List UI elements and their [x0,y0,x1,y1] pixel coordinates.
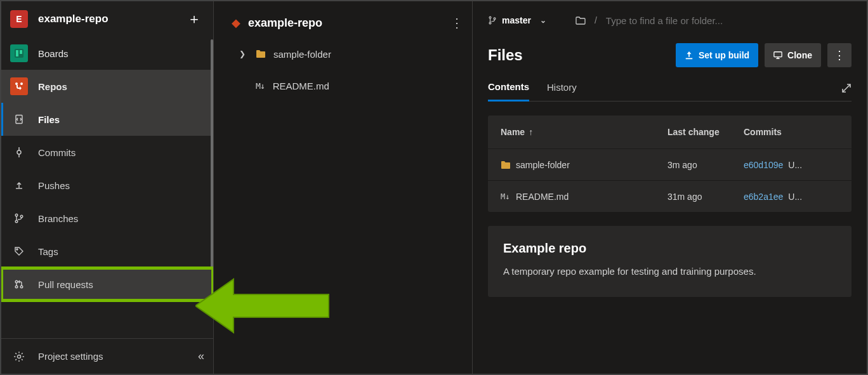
readme-title: Example repo [503,241,836,256]
tree-header[interactable]: ◆ example-repo ⋮ [214,8,472,38]
more-vertical-icon: ⋮ [450,16,463,30]
sidebar-item-label: Tags [38,246,58,257]
tree-node-label: sample-folder [273,49,331,60]
sidebar-item-files[interactable]: Files [1,103,213,136]
branch-bar: master ⌄ / [488,8,852,33]
sidebar-item-label: Pushes [38,180,70,191]
readme-body: A temporary repo example for testing and… [503,265,836,279]
project-title[interactable]: example-repo [38,13,184,25]
table-row[interactable]: M↓ README.md 31m ago e6b2a1eeU... [488,180,852,212]
cell-lastchange: 31m ago [667,192,744,202]
markdown-icon: M↓ [256,81,265,91]
svg-rect-2 [20,50,22,54]
repos-icon [10,77,28,95]
sidebar-item-pull-requests[interactable]: Pull requests [1,268,213,301]
file-tree-panel: ◆ example-repo ⋮ ❯ sample-folder M↓ READ… [214,1,473,374]
svg-point-7 [15,214,18,216]
tab-row: Contents History [488,81,852,102]
svg-point-15 [489,16,491,18]
sidebar-item-label: Files [38,114,60,125]
svg-rect-1 [16,50,18,56]
plus-icon: ＋ [187,10,201,29]
fullscreen-button[interactable] [841,83,852,100]
svg-point-12 [15,286,18,288]
path-finder-input[interactable] [606,15,852,26]
readme-card: Example repo A temporary repo example fo… [488,226,852,297]
scrollbar[interactable] [211,39,213,274]
column-header-lastchange[interactable]: Last change [667,127,744,137]
tree-node-label: README.md [273,81,329,91]
file-code-icon [10,114,28,124]
more-vertical-icon: ⋮ [834,48,845,62]
branch-icon [10,213,28,223]
breadcrumb-root-icon[interactable] [575,16,586,25]
svg-point-10 [16,249,18,250]
tree-file-row[interactable]: M↓ README.md [214,70,472,102]
tag-icon [10,246,28,256]
svg-point-13 [20,286,23,288]
svg-point-8 [15,220,18,223]
nav-section-boards[interactable]: Boards [1,37,213,70]
push-icon [10,180,28,190]
sidebar-item-branches[interactable]: Branches [1,202,213,235]
chevron-right-icon: ❯ [239,49,252,58]
breadcrumb-separator: / [595,15,597,25]
nav-section-repos[interactable]: Repos [1,70,213,103]
button-label: Clone [787,50,812,60]
repo-name: example-repo [248,16,449,30]
folder-icon [256,49,266,58]
sidebar-item-pushes[interactable]: Pushes [1,169,213,202]
branch-icon [488,16,497,25]
repo-diamond-icon: ◆ [232,16,240,30]
build-icon [685,51,694,60]
markdown-icon: M↓ [501,192,516,201]
tab-history[interactable]: History [547,82,577,100]
table-row[interactable]: sample-folder 3m ago e60d109eU... [488,148,852,180]
set-up-build-button[interactable]: Set up build [676,43,758,67]
gear-icon[interactable] [10,351,28,362]
svg-rect-18 [774,52,782,57]
sidebar-item-tags[interactable]: Tags [1,235,213,268]
column-header-name[interactable]: Name ↑ [501,127,667,137]
fullscreen-icon [841,83,852,93]
tree-more-button[interactable]: ⋮ [449,15,464,30]
column-header-commits[interactable]: Commits [744,127,839,137]
cell-lastchange: 3m ago [667,160,744,170]
svg-point-4 [17,150,21,154]
clone-button[interactable]: Clone [765,43,821,67]
cell-commit: e6b2a1eeU... [744,192,839,202]
sidebar-footer: Project settings « [1,338,213,374]
file-table: Name ↑ Last change Commits sample-folder… [488,115,852,212]
sort-asc-icon: ↑ [529,127,533,137]
tree-folder-row[interactable]: ❯ sample-folder [214,38,472,70]
commit-hash[interactable]: e60d109e [744,160,783,170]
monitor-icon [773,51,782,60]
svg-point-11 [15,280,18,283]
sidebar-item-label: Branches [38,213,78,224]
cell-name: sample-folder [516,160,570,170]
chevron-double-left-icon: « [198,350,204,362]
sidebar-item-commits[interactable]: Commits [1,136,213,169]
more-actions-button[interactable]: ⋮ [827,43,852,67]
svg-point-17 [494,18,496,20]
project-settings-link[interactable]: Project settings [38,351,103,362]
table-header: Name ↑ Last change Commits [488,115,852,148]
boards-icon [10,44,28,62]
branch-selector[interactable]: master ⌄ [488,15,546,25]
sidebar-item-label: Commits [38,147,76,158]
commit-icon [10,147,28,157]
button-label: Set up build [699,50,749,60]
nav-label: Repos [38,81,67,92]
commit-hash[interactable]: e6b2a1ee [744,192,783,202]
title-row: Files Set up build Clone ⋮ [488,43,852,67]
tab-contents[interactable]: Contents [488,81,529,102]
collapse-sidebar-button[interactable]: « [198,350,204,363]
project-avatar[interactable]: E [10,10,28,28]
nav-label: Boards [38,48,69,59]
cell-commit: e60d109eU... [744,160,839,170]
sidebar: E example-repo ＋ Boards Repos [1,1,214,374]
sidebar-item-label: Pull requests [38,279,93,290]
main-panel: master ⌄ / Files Set up build Clone [473,1,867,374]
new-item-button[interactable]: ＋ [184,9,204,29]
repos-subnav: Files Commits Pushes [1,103,213,301]
